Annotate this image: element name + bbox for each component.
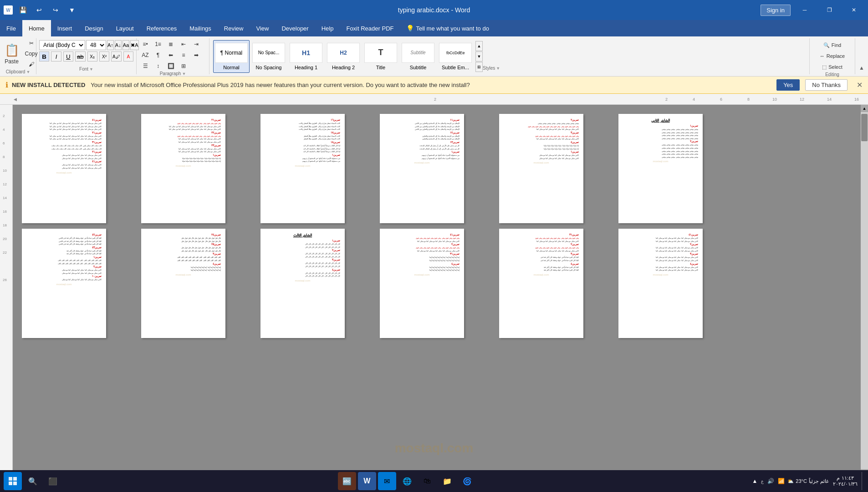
align-left-button[interactable]: ⬅: [165, 50, 177, 60]
quick-save-button[interactable]: 💾: [16, 4, 29, 16]
show-hidden-icons[interactable]: ▲: [752, 478, 757, 484]
replace-button[interactable]: ↔Replace: [817, 51, 848, 61]
font-name-select[interactable]: Arial (Body C: [39, 40, 85, 50]
app-icon: W: [4, 5, 13, 15]
font-grow-button[interactable]: A↑: [107, 40, 114, 50]
horizontal-ruler: ◀ 16 14 12 10 8 6 4 2 2: [0, 94, 868, 105]
find-button[interactable]: 🔍Find: [820, 40, 844, 50]
gallery-scroll-down[interactable]: ▼: [475, 51, 483, 62]
shading-button[interactable]: 🔲: [165, 61, 177, 71]
undo-button[interactable]: ↩: [33, 4, 46, 16]
ex-title-p4-1: تمرين١١: [384, 118, 460, 121]
style-title[interactable]: T Title: [363, 40, 399, 73]
arabic-keyboard-indicator[interactable]: ع: [761, 479, 764, 484]
arabic-app-button[interactable]: 🔤: [338, 472, 356, 490]
show-desktop-button[interactable]: [862, 472, 864, 490]
vertical-scrollbar[interactable]: ▲ ▼: [861, 105, 868, 477]
menu-tell-me[interactable]: 💡 Tell me what you want to do: [400, 20, 495, 36]
decrease-indent-button[interactable]: ⇤: [178, 39, 189, 49]
close-button[interactable]: ✕: [843, 0, 864, 20]
ex-title-p10-4: تمرين٤: [384, 262, 460, 265]
select-button[interactable]: ⬚Select: [819, 62, 846, 72]
style-normal[interactable]: ¶ Normal Normal: [213, 40, 250, 73]
notification-text: Your new install of Microsoft Office Pro…: [91, 82, 773, 88]
ex-title-p7-2: تمرين٤٣: [26, 246, 102, 249]
justify-button[interactable]: ☰: [139, 61, 151, 71]
change-case-button[interactable]: Aa: [123, 40, 129, 50]
cut-button[interactable]: ✂: [26, 38, 37, 48]
multilevel-button[interactable]: ≣: [165, 39, 177, 49]
style-heading2[interactable]: H2 Heading 2: [325, 40, 362, 73]
gallery-scroll-up[interactable]: ▲: [475, 41, 483, 51]
chrome-taskbar-button[interactable]: 🌐: [398, 472, 416, 490]
font-shrink-button[interactable]: A↓: [115, 40, 122, 50]
menu-foxit[interactable]: Foxit Reader PDF: [340, 20, 400, 36]
borders-button[interactable]: ⊞: [178, 61, 189, 71]
menu-references[interactable]: References: [140, 20, 183, 36]
align-center-button[interactable]: ≡: [178, 50, 189, 60]
task-view-button[interactable]: ⬛: [44, 472, 62, 490]
mail-taskbar-button[interactable]: ✉: [378, 472, 396, 490]
underline-button[interactable]: U: [63, 51, 73, 62]
menu-view[interactable]: View: [250, 20, 275, 36]
copy-button[interactable]: Copy: [26, 49, 37, 59]
ex-title-p5-3: تمرين٤: [504, 141, 579, 144]
menu-design[interactable]: Design: [78, 20, 109, 36]
bullets-button[interactable]: ≡•: [139, 39, 151, 49]
minimize-button[interactable]: ─: [794, 0, 815, 20]
menu-mailings[interactable]: Mailings: [183, 20, 218, 36]
redo-button[interactable]: ↪: [49, 4, 62, 16]
clock[interactable]: ١١:٤٣ م ٢٠٢٤/٠١/٣٦: [832, 475, 859, 487]
font-size-select[interactable]: 48: [86, 40, 106, 50]
restore-button[interactable]: ❐: [819, 0, 840, 20]
ex-title-p6-1: تمرين١: [623, 124, 698, 127]
title-bar-left: W 💾 ↩ ↪ ▼: [4, 4, 78, 16]
font-row1: Arial (Body C 48 A↑ A↓ Aa ✖A: [39, 40, 133, 50]
menu-home[interactable]: Home: [22, 20, 51, 36]
search-taskbar-button[interactable]: 🔍: [24, 472, 42, 490]
strikethrough-button[interactable]: ab: [75, 51, 85, 62]
style-heading1[interactable]: H1 Heading 1: [288, 40, 324, 73]
italic-button[interactable]: I: [51, 51, 61, 62]
ribbon-collapse-button[interactable]: ▲: [857, 63, 866, 72]
store-taskbar-button[interactable]: 🛍: [418, 472, 436, 490]
menu-insert[interactable]: Insert: [51, 20, 79, 36]
signin-button[interactable]: Sign in: [761, 5, 791, 16]
notification-yes-button[interactable]: Yes: [776, 79, 800, 91]
line-spacing-button[interactable]: ↕: [152, 61, 164, 71]
taskbar-right: ▲ ع 🔊 📶 ⛅ 23°C غائم جزئياً ١١:٤٣ م ٢٠٢٤/…: [752, 472, 864, 490]
superscript-button[interactable]: X²: [99, 51, 109, 62]
menu-review[interactable]: Review: [218, 20, 250, 36]
paste-button[interactable]: 📋 Paste: [0, 41, 25, 67]
gallery-expand[interactable]: ⊞: [475, 62, 483, 72]
increase-indent-button[interactable]: ⇥: [190, 39, 202, 49]
menu-developer[interactable]: Developer: [275, 20, 315, 36]
word-taskbar-button[interactable]: W: [358, 472, 376, 490]
style-subtle-em[interactable]: !bCcDdEe Subtle Em...: [437, 40, 474, 73]
bold-button[interactable]: B: [39, 51, 49, 62]
start-button[interactable]: [4, 472, 22, 490]
edge-taskbar-button[interactable]: 🌀: [458, 472, 476, 490]
show-marks-button[interactable]: ¶: [152, 50, 164, 60]
volume-icon[interactable]: 🔊: [767, 478, 774, 484]
notification-close-button[interactable]: ✕: [857, 81, 863, 89]
highlight-button[interactable]: A🖊: [111, 51, 121, 62]
menu-file[interactable]: File: [0, 20, 22, 36]
numbering-button[interactable]: 1≡: [152, 39, 164, 49]
align-right-button[interactable]: ➡: [190, 50, 202, 60]
watermark-p7: mostaql.com: [26, 283, 102, 286]
menu-help[interactable]: Help: [315, 20, 340, 36]
style-no-spacing[interactable]: No Spac... No Spacing: [250, 40, 287, 73]
sort-button[interactable]: AZ: [139, 50, 151, 60]
ex-title-p5-2: تمرين٣: [504, 131, 579, 134]
network-icon[interactable]: 📶: [778, 478, 785, 484]
ex-title-p7-3: تمرين١: [26, 256, 102, 258]
menu-layout[interactable]: Layout: [110, 20, 140, 36]
style-subtitle[interactable]: Subtitle Subtitle: [400, 40, 436, 73]
explorer-taskbar-button[interactable]: 📁: [438, 472, 456, 490]
customize-qat-button[interactable]: ▼: [66, 4, 78, 16]
subscript-button[interactable]: X₂: [87, 51, 97, 62]
format-painter-button[interactable]: 🖌: [26, 59, 37, 69]
font-color-button[interactable]: A: [123, 51, 133, 62]
notification-no-button[interactable]: No Thanks: [805, 79, 848, 91]
